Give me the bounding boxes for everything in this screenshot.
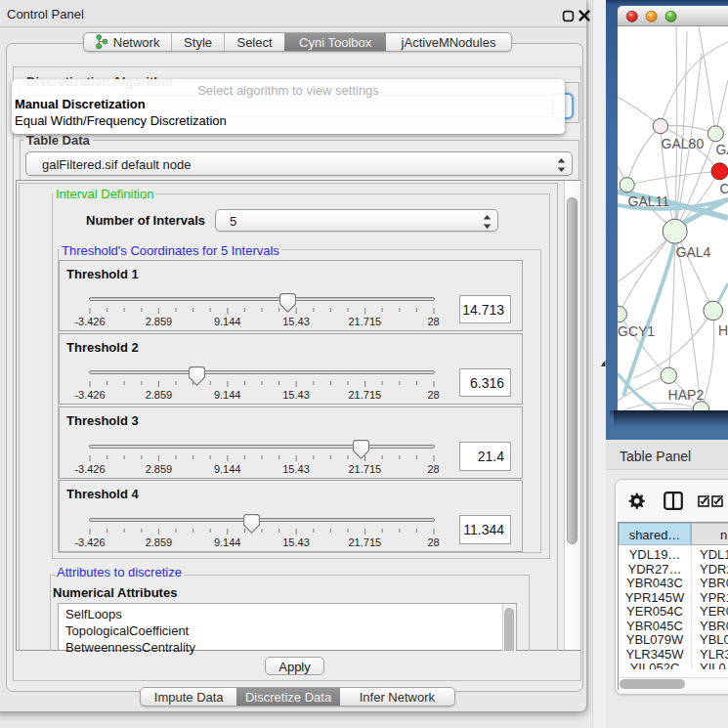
svg-text:HAP2: HAP2: [668, 387, 705, 403]
svg-text:GAL80: GAL80: [662, 136, 705, 151]
svg-text:GAL11: GAL11: [628, 193, 670, 209]
svg-text:H: H: [718, 322, 728, 338]
svg-text:GA: GA: [716, 142, 728, 157]
svg-text:C: C: [720, 181, 728, 196]
svg-text:GAL4: GAL4: [676, 244, 711, 260]
svg-text:GCY1: GCY1: [618, 323, 655, 339]
